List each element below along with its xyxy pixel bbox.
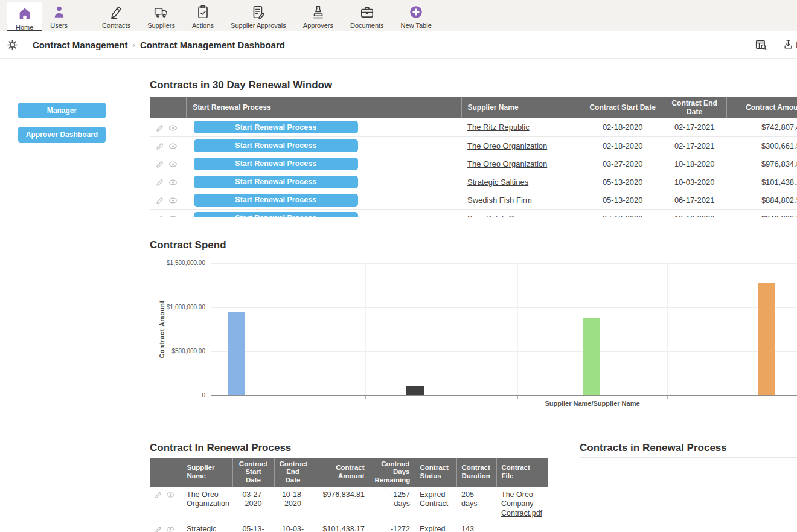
chart-x-tick (667, 396, 668, 399)
view-eye-icon[interactable] (166, 525, 176, 532)
start-renewal-button[interactable]: Start Renewal Process (194, 194, 358, 207)
chart-y-tick-label: $1,000,000.00 (136, 304, 205, 310)
breadcrumb-chevron: › (133, 40, 135, 50)
edit-pencil-icon[interactable] (156, 213, 166, 217)
truck-icon (153, 4, 169, 20)
contract-end-date: 02-17-2021 (662, 136, 727, 155)
column-header-amount: Contract Amount (312, 458, 370, 487)
header-actions: Imp (755, 31, 797, 59)
nav-item-label: Actions (192, 22, 214, 29)
view-eye-icon[interactable] (168, 177, 179, 186)
top-nav: Home Users Contracts Suppliers Actions (0, 0, 797, 31)
start-renewal-button[interactable]: Start Renewal Process (194, 121, 358, 133)
chart-top-border (154, 257, 797, 257)
nav-item-new-table[interactable]: New Table (392, 0, 440, 31)
supplier-link[interactable]: Sour Patch Company (467, 214, 542, 218)
nav-item-documents[interactable]: Documents (342, 0, 392, 31)
contract-end-date: 02-17-2021 (662, 118, 727, 136)
settings-gear-icon[interactable] (0, 39, 25, 51)
supplier-link[interactable]: The Oreo Organization (467, 159, 547, 168)
edit-pencil-icon[interactable] (156, 123, 166, 132)
contract-start-date: 07-18-2020 (583, 209, 662, 217)
supplier-link[interactable]: Strategic Saltines (187, 525, 216, 532)
supplier-link[interactable]: The Oreo Organization (187, 490, 229, 508)
briefcase-icon (359, 4, 375, 20)
table-search-button[interactable] (755, 39, 767, 51)
breadcrumb-bar: Contract Management › Contract Managemen… (0, 31, 797, 59)
supplier-link[interactable]: The Oreo Organization (467, 141, 547, 150)
supplier-link[interactable]: Strategic Saltines (467, 178, 528, 187)
nav-item-actions[interactable]: Actions (184, 0, 222, 31)
edit-pencil-icon[interactable] (156, 159, 166, 168)
supplier-link[interactable]: Swedish Fish Firm (467, 196, 532, 205)
contract-spend-title: Contract Spend (150, 239, 226, 251)
chart-vertical-gridline (517, 263, 518, 396)
nav-divider (85, 6, 85, 25)
chart-bar (228, 312, 245, 396)
chart-bar (758, 283, 775, 396)
renewal-process-panel-border (580, 457, 797, 458)
view-eye-icon[interactable] (166, 490, 176, 499)
start-renewal-button[interactable]: Start Renewal Process (194, 139, 358, 152)
breadcrumb: Contract Management › Contract Managemen… (33, 40, 285, 50)
sidebar-divider (18, 97, 121, 97)
plus-circle-icon (408, 4, 424, 20)
start-renewal-button[interactable]: Start Renewal Process (194, 158, 358, 170)
nav-item-users[interactable]: Users (42, 0, 76, 31)
home-icon (17, 6, 33, 22)
users-icon (51, 4, 67, 20)
view-eye-icon[interactable] (168, 141, 179, 150)
nav-item-suppliers[interactable]: Suppliers (139, 0, 184, 31)
stamp-icon (310, 4, 326, 20)
contract-start-date: 03-27-2020 (232, 487, 274, 521)
start-renewal-button[interactable]: Start Renewal Process (194, 212, 358, 218)
breadcrumb-section[interactable]: Contract Management (33, 40, 128, 50)
contract-days-remaining: -1257 days (370, 487, 415, 521)
chart-gridline (211, 351, 797, 352)
view-eye-icon[interactable] (168, 159, 179, 168)
renewal-process-chart-title: Contracts in Renewal Process (580, 442, 727, 454)
table-row: Start Renewal Process Swedish Fish Firm … (150, 191, 797, 209)
nav-item-approvers[interactable]: Approvers (295, 0, 342, 31)
in-renewal-table: Supplier Name Contract Start Date Contra… (150, 458, 555, 532)
nav-item-contracts[interactable]: Contracts (94, 0, 139, 31)
column-header-end: Contract End Date (274, 458, 312, 487)
pen-icon (109, 4, 124, 20)
table-row: Strategic Saltines 05-13-2020 10-03-2020… (150, 521, 548, 532)
nav-item-label: Home (16, 24, 33, 31)
view-eye-icon[interactable] (168, 195, 179, 204)
contract-duration: 143 days (456, 521, 496, 532)
nav-item-label: Users (50, 22, 68, 29)
contract-file-link[interactable]: The Oreo Company Contract.pdf (501, 490, 542, 518)
chart-plot (211, 263, 797, 396)
chart-x-axis-line (211, 395, 797, 396)
contract-duration: 205 days (456, 487, 496, 521)
nav-item-home[interactable]: Home (7, 2, 42, 31)
start-renewal-button[interactable]: Start Renewal Process (194, 176, 358, 188)
import-button[interactable]: Imp (783, 39, 797, 51)
contract-end-date: 10-03-2020 (662, 173, 727, 191)
chart-gridline (211, 307, 797, 308)
contract-start-date: 03-27-2020 (583, 155, 662, 173)
edit-pencil-icon[interactable] (156, 195, 166, 204)
contract-amount: $884,802.55 (727, 191, 797, 209)
supplier-link[interactable]: The Ritz Republic (467, 123, 530, 132)
contract-end-date: 06-17-2021 (662, 191, 727, 209)
view-eye-icon[interactable] (168, 213, 179, 217)
edit-pencil-icon[interactable] (156, 177, 166, 186)
breadcrumb-page[interactable]: Contract Management Dashboard (140, 40, 285, 50)
chart-x-axis-title: Supplier Name/Supplier Name (545, 400, 639, 407)
edit-pencil-icon[interactable] (155, 490, 164, 499)
table-row: Start Renewal Process The Oreo Organizat… (150, 136, 797, 155)
column-header-supplier: Supplier Name (182, 458, 232, 487)
nav-item-label: Documents (350, 22, 384, 29)
column-header-start: Contract Start Date (232, 458, 274, 487)
edit-pencil-icon[interactable] (155, 525, 164, 532)
manager-button[interactable]: Manager (18, 103, 106, 118)
contract-end-date: 10-03-2020 (274, 521, 312, 532)
approver-dashboard-button[interactable]: Approver Dashboard (18, 127, 106, 143)
view-eye-icon[interactable] (168, 123, 179, 132)
edit-pencil-icon[interactable] (156, 141, 166, 150)
chart-vertical-gridline (667, 263, 668, 396)
nav-item-supplier-approvals[interactable]: Supplier Approvals (222, 0, 295, 31)
